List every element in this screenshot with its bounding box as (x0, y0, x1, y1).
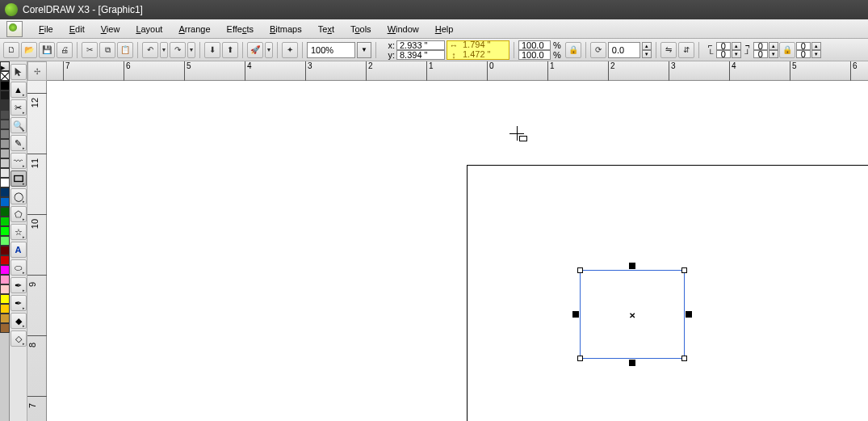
handle-bottom-left[interactable] (577, 356, 583, 361)
copy-button[interactable]: ⧉ (99, 42, 115, 58)
open-button[interactable]: 📂 (21, 42, 37, 58)
menu-arrange[interactable]: Arrange (170, 19, 218, 39)
menu-text[interactable]: Text (310, 19, 342, 39)
corner-b-bot[interactable]: 0 (753, 50, 768, 58)
no-fill-swatch[interactable] (0, 71, 10, 81)
import-button[interactable]: ⬇ (204, 42, 220, 58)
basicshapes-tool[interactable]: ☆▸ (10, 224, 27, 240)
swatch[interactable] (0, 217, 10, 226)
corner-c-bot[interactable]: 0 (796, 50, 811, 58)
launcher-button[interactable]: 🚀 (247, 42, 263, 58)
scale-x-input[interactable]: 100.0 (518, 40, 551, 50)
handle-top-right[interactable] (681, 267, 687, 273)
mirror-v-button[interactable]: ⇵ (678, 42, 694, 58)
polygon-tool[interactable]: ⬠▸ (10, 206, 27, 222)
ruler-origin[interactable]: ✢ (27, 61, 47, 81)
swatch[interactable] (0, 81, 10, 91)
handle-top[interactable] (629, 263, 635, 269)
lock-ratio-button[interactable]: 🔒 (565, 42, 581, 58)
zoom-dropdown[interactable]: ▼ (357, 42, 371, 58)
swatch[interactable] (0, 120, 10, 129)
menu-effects[interactable]: Effects (219, 19, 262, 39)
fill-tool[interactable]: ◆▸ (10, 313, 27, 329)
handle-bottom[interactable] (629, 360, 635, 366)
zoom-input[interactable]: 100% (307, 42, 355, 58)
corner-c-spinner[interactable]: ▲▼ (811, 42, 821, 58)
swatch[interactable] (0, 187, 10, 197)
swatch[interactable] (0, 265, 10, 275)
horizontal-ruler[interactable]: 7 6 5 4 3 2 1 0 1 2 3 4 5 6 (47, 61, 868, 81)
swatch[interactable] (0, 304, 10, 314)
swatch[interactable] (0, 284, 10, 294)
redo-button[interactable]: ↷ (170, 42, 186, 58)
swatch[interactable] (0, 129, 10, 139)
eyedropper-tool[interactable]: ✒▸ (10, 277, 27, 293)
corner-a-bot[interactable]: 0 (716, 50, 731, 58)
mirror-h-button[interactable]: ⇋ (660, 42, 677, 58)
swatch[interactable] (0, 275, 10, 284)
rotation-spinner[interactable]: ▲▼ (642, 42, 652, 58)
swatch[interactable] (0, 236, 10, 246)
crop-tool[interactable]: ✂▸ (10, 99, 27, 116)
swatch[interactable] (0, 246, 10, 255)
app-menu-icon[interactable] (6, 21, 23, 37)
swatch[interactable] (0, 314, 10, 323)
corner-lock-button[interactable]: 🔒 (779, 42, 795, 58)
drawing-canvas[interactable]: ✕ (47, 81, 868, 421)
swatch[interactable] (0, 207, 10, 217)
cut-button[interactable]: ✂ (82, 42, 98, 58)
corner-a-top[interactable]: 0 (716, 42, 731, 50)
swatch[interactable] (0, 110, 10, 120)
palette-config-icon[interactable]: ▸ (0, 61, 10, 71)
menu-file[interactable]: File (31, 19, 61, 39)
menu-window[interactable]: Window (379, 19, 427, 39)
corner-b-spinner[interactable]: ▲▼ (769, 42, 778, 58)
width-input[interactable]: 1.794 " (460, 40, 509, 50)
corner-a-spinner[interactable]: ▲▼ (732, 42, 741, 58)
interactive-tool[interactable]: ⬭▸ (10, 259, 27, 276)
scale-y-input[interactable]: 100.0 (518, 50, 551, 60)
undo-button[interactable]: ↶ (142, 42, 158, 58)
handle-right[interactable] (686, 311, 692, 318)
welcome-button[interactable]: ✦ (282, 42, 298, 58)
swatch[interactable] (0, 255, 10, 265)
corner-c-top[interactable]: 0 (796, 42, 811, 50)
launcher-dropdown[interactable]: ▼ (265, 42, 273, 58)
outline-tool[interactable]: ✒▸ (10, 295, 27, 311)
selected-rectangle[interactable]: ✕ (580, 270, 685, 359)
undo-dropdown[interactable]: ▼ (160, 42, 168, 58)
redo-dropdown[interactable]: ▼ (187, 42, 195, 58)
swatch[interactable] (0, 197, 10, 207)
handle-top-left[interactable] (577, 267, 583, 273)
menu-layout[interactable]: Layout (128, 19, 170, 39)
print-button[interactable]: 🖨 (57, 42, 73, 58)
menu-tools[interactable]: Tools (342, 19, 379, 39)
swatch[interactable] (0, 226, 10, 236)
save-button[interactable]: 💾 (39, 42, 55, 58)
x-position-input[interactable]: 2.933 " (396, 40, 445, 50)
smartdraw-tool[interactable]: 〰▸ (10, 153, 27, 169)
shape-tool[interactable]: ▲▸ (10, 82, 27, 98)
swatch[interactable] (0, 294, 10, 304)
swatch[interactable] (0, 178, 10, 187)
interactivefill-tool[interactable]: ◇▸ (10, 330, 27, 347)
swatch[interactable] (0, 168, 10, 178)
swatch[interactable] (0, 100, 10, 110)
vertical-ruler[interactable]: 12 11 10 9 8 7 (27, 81, 47, 421)
menu-view[interactable]: View (93, 19, 128, 39)
ellipse-tool[interactable]: ◯▸ (10, 188, 27, 204)
height-input[interactable]: 1.472 " (460, 50, 509, 60)
zoom-tool[interactable]: 🔍▸ (10, 117, 27, 133)
swatch[interactable] (0, 323, 10, 333)
new-button[interactable]: 🗋 (3, 42, 19, 58)
menu-edit[interactable]: Edit (61, 19, 93, 39)
swatch[interactable] (0, 91, 10, 100)
export-button[interactable]: ⬆ (222, 42, 238, 58)
corner-b-top[interactable]: 0 (753, 42, 768, 50)
rotation-input[interactable]: 0.0 (608, 42, 640, 58)
swatch[interactable] (0, 139, 10, 149)
menu-help[interactable]: Help (427, 19, 462, 39)
rectangle-tool[interactable]: ▸ (10, 171, 27, 187)
handle-bottom-right[interactable] (681, 356, 687, 361)
swatch[interactable] (0, 158, 10, 168)
